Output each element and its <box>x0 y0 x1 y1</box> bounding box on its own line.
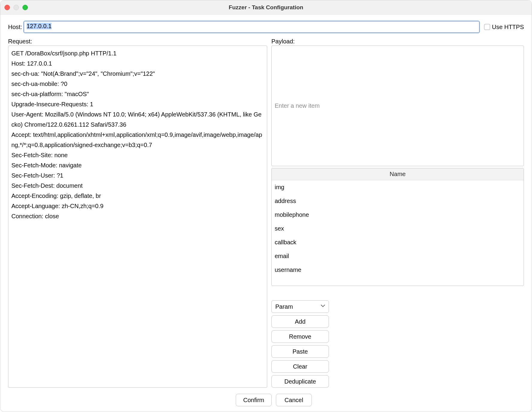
content: Host: 127.0.0.1 Use HTTPS Request: GET /… <box>0 15 532 412</box>
table-row[interactable]: address <box>272 194 524 208</box>
window: Fuzzer - Task Configuration Host: 127.0.… <box>0 0 532 412</box>
request-panel: Request: GET /DoraBox/csrf/jsonp.php HTT… <box>8 38 267 388</box>
footer: Confirm Cancel <box>8 394 524 406</box>
payload-table-header[interactable]: Name <box>272 168 524 180</box>
payload-column: Payload: Enter a new item Name img addre… <box>271 38 524 286</box>
titlebar: Fuzzer - Task Configuration <box>0 0 532 15</box>
param-combo[interactable]: Param <box>271 300 329 313</box>
panels-row: Request: GET /DoraBox/csrf/jsonp.php HTT… <box>8 38 524 388</box>
request-textarea[interactable]: GET /DoraBox/csrf/jsonp.php HTTP/1.1 Hos… <box>8 46 267 388</box>
deduplicate-button[interactable]: Deduplicate <box>271 375 329 388</box>
add-button[interactable]: Add <box>271 315 329 328</box>
payload-table: Name img address mobilephone sex callbac… <box>271 168 524 286</box>
clear-button[interactable]: Clear <box>271 360 329 373</box>
table-row[interactable]: img <box>272 180 524 194</box>
cancel-button[interactable]: Cancel <box>276 394 312 406</box>
paste-button[interactable]: Paste <box>271 345 329 358</box>
table-row[interactable]: email <box>272 249 524 263</box>
chevron-down-icon <box>321 305 325 309</box>
table-row[interactable]: callback <box>272 235 524 249</box>
payload-table-body: img address mobilephone sex callback ema… <box>272 180 524 286</box>
close-icon[interactable] <box>4 5 10 10</box>
window-title: Fuzzer - Task Configuration <box>0 4 532 11</box>
host-row: Host: 127.0.0.1 Use HTTPS <box>8 21 524 33</box>
table-row[interactable]: sex <box>272 222 524 235</box>
checkbox-box-icon <box>484 24 490 30</box>
host-label: Host: <box>8 24 22 31</box>
host-input[interactable]: 127.0.0.1 <box>24 21 480 33</box>
new-item-input[interactable]: Enter a new item <box>271 46 524 166</box>
host-input-value: 127.0.0.1 <box>27 23 52 29</box>
table-row[interactable]: username <box>272 263 524 277</box>
minimize-icon[interactable] <box>13 5 19 10</box>
param-combo-value: Param <box>275 303 293 310</box>
use-https-label: Use HTTPS <box>492 24 524 31</box>
payload-label: Payload: <box>271 38 524 45</box>
maximize-icon[interactable] <box>22 5 28 10</box>
new-item-placeholder: Enter a new item <box>275 102 320 109</box>
payload-panel: Payload: Enter a new item Name img addre… <box>271 38 524 388</box>
use-https-checkbox[interactable]: Use HTTPS <box>484 24 524 31</box>
traffic-lights <box>4 5 28 10</box>
payload-buttons: Param Add Remove Paste Clear Deduplicate <box>271 290 329 388</box>
remove-button[interactable]: Remove <box>271 330 329 343</box>
table-row[interactable]: mobilephone <box>272 208 524 222</box>
confirm-button[interactable]: Confirm <box>236 394 272 406</box>
request-label: Request: <box>8 38 267 45</box>
